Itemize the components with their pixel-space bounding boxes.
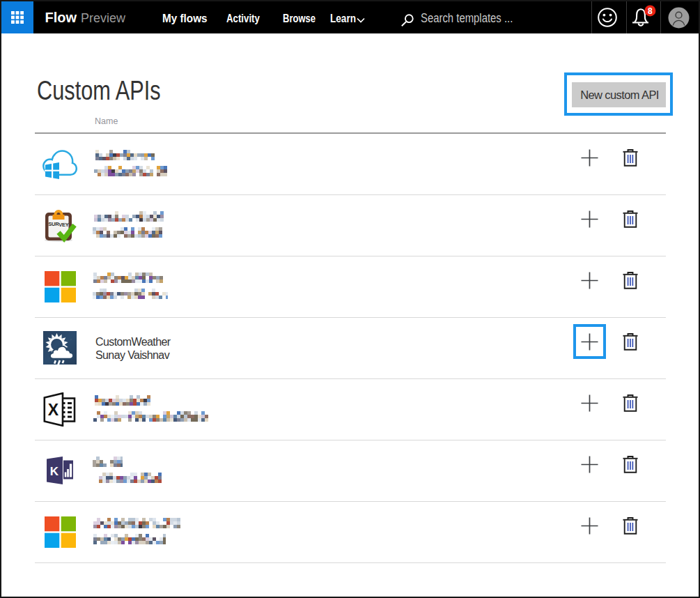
svg-text:X: X — [48, 401, 59, 419]
svg-text:8: 8 — [648, 6, 653, 16]
svg-text:SURVEY: SURVEY — [48, 221, 69, 227]
svg-text:K: K — [50, 465, 59, 478]
